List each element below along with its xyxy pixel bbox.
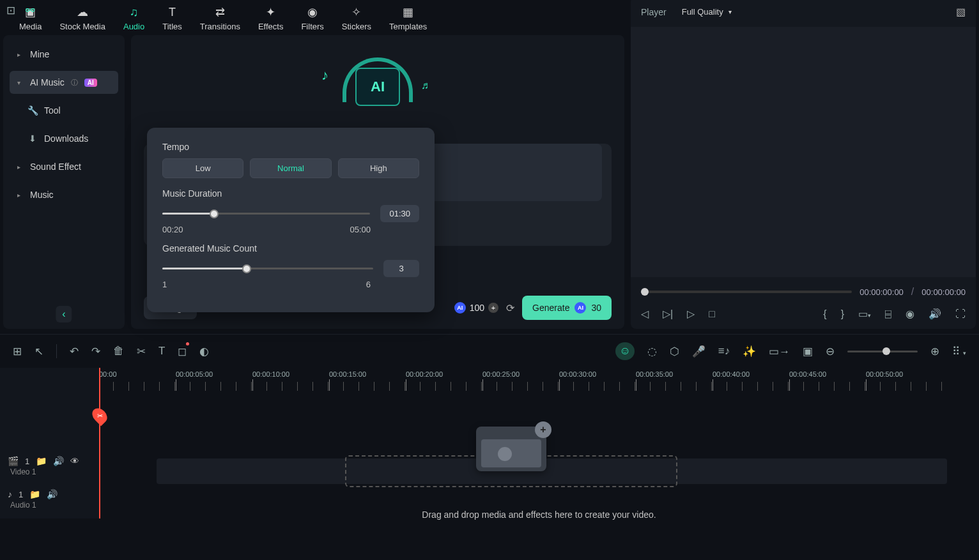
volume-button[interactable]: 🔊 — [929, 308, 941, 320]
info-icon: ⓘ — [71, 78, 78, 87]
tempo-label: Tempo — [162, 142, 419, 152]
player-seek-slider[interactable] — [641, 291, 852, 293]
ai-cube-label: AI — [355, 68, 400, 106]
sidebar-sound-effect-label: Sound Effect — [30, 162, 81, 172]
track-link-button[interactable]: ⚯ — [26, 4, 35, 17]
ai-assistant-button[interactable]: ☺ — [615, 342, 634, 360]
sidebar-item-ai-music[interactable]: ▾AI Music ⓘ AI — [10, 71, 118, 94]
timeline-ruler[interactable]: 00:0000:00:05:0000:00:10:0000:00:15:0000… — [99, 368, 979, 395]
sidebar-item-sound-effect[interactable]: ▸Sound Effect — [10, 155, 118, 178]
record-voice-button[interactable]: 🎤 — [692, 345, 705, 358]
credits-value: 100 — [470, 303, 484, 313]
duration-min: 00:20 — [162, 225, 183, 234]
generate-cost: 30 — [591, 303, 601, 313]
tempo-high-button[interactable]: High — [338, 158, 419, 178]
auto-beat-button[interactable]: ✨ — [743, 345, 756, 358]
player-time-current: 00:00:00:00 — [860, 287, 904, 297]
tab-titles-label: Titles — [162, 22, 182, 31]
render-preview-button[interactable]: ▭→ — [769, 345, 790, 358]
video-track-header[interactable]: 🎬1 📁 🔊 👁 Video 1 — [0, 452, 99, 485]
tab-templates[interactable]: ▦Templates — [389, 5, 427, 31]
prev-frame-button[interactable]: ◁ — [641, 308, 649, 320]
credits-display: AI 100 + — [454, 302, 498, 314]
tempo-normal-button[interactable]: Normal — [250, 158, 331, 178]
wrench-icon: 🔧 — [27, 105, 38, 116]
sidebar-mine-label: Mine — [30, 49, 49, 59]
text-tool-button[interactable]: T — [158, 345, 165, 358]
ruler-tick: 00:00:25:00 — [482, 368, 559, 395]
tab-effects[interactable]: ✦Effects — [258, 5, 284, 31]
audio-mixer-button[interactable]: ≡♪ — [718, 345, 730, 358]
crop-button[interactable]: ◻ — [178, 345, 187, 358]
zoom-slider[interactable] — [847, 351, 918, 352]
ruler-tick: 00:00:20:00 — [406, 368, 482, 395]
selection-tool-button[interactable]: ↖ — [35, 345, 43, 358]
sticker-icon: ✧ — [351, 5, 361, 19]
sidebar-item-downloads[interactable]: ⬇Downloads — [10, 127, 118, 150]
transition-icon: ⇄ — [215, 5, 225, 19]
tab-stock-media[interactable]: ☁Stock Media — [59, 5, 105, 31]
audio-track-header[interactable]: ♪1 📁 🔊 Audio 1 — [0, 485, 99, 518]
fullscreen-button[interactable]: ⛶ — [955, 308, 966, 320]
adjustment-button[interactable]: ▣ — [803, 345, 813, 358]
mute-button[interactable]: 🔊 — [47, 489, 58, 499]
duration-value[interactable]: 01:30 — [380, 205, 419, 222]
playhead[interactable] — [99, 368, 100, 518]
sidebar-item-music[interactable]: ▸Music — [10, 183, 118, 206]
snapshot-button[interactable]: ▧ — [956, 6, 966, 18]
media-placeholder-card[interactable]: + — [476, 427, 546, 471]
tab-filters[interactable]: ◉Filters — [301, 5, 323, 31]
duration-slider[interactable] — [162, 213, 370, 215]
zoom-in-button[interactable]: ⊕ — [930, 345, 939, 358]
camera-button[interactable]: ◉ — [906, 308, 914, 320]
sidebar-item-tool[interactable]: 🔧Tool — [10, 99, 118, 122]
player-panel: Player Full Quality ▾ ▧ 00:00:00:00 / 00… — [631, 0, 976, 329]
mark-in-button[interactable]: { — [823, 308, 826, 320]
color-button[interactable]: ◐ — [199, 345, 209, 358]
refresh-button[interactable]: ⟳ — [506, 302, 514, 314]
add-credits-button[interactable]: + — [488, 303, 498, 313]
cut-button[interactable]: ✂ — [137, 345, 146, 358]
sidebar-collapse-button[interactable]: ‹ — [56, 306, 72, 322]
redo-button[interactable]: ↷ — [91, 345, 100, 358]
filter-icon: ◉ — [307, 5, 318, 19]
mute-button[interactable]: 🔊 — [53, 456, 64, 466]
speed-button[interactable]: ◌ — [647, 345, 657, 358]
folder-icon[interactable]: 📁 — [29, 489, 40, 499]
tempo-low-button[interactable]: Low — [162, 158, 243, 178]
marker-button[interactable]: ⬡ — [670, 345, 679, 358]
quality-value: Full Quality — [682, 7, 723, 17]
track-add-button[interactable]: ⊡ — [6, 4, 15, 17]
tab-stickers[interactable]: ✧Stickers — [342, 5, 371, 31]
sidebar-item-mine[interactable]: ▸Mine — [10, 43, 118, 66]
add-track-button[interactable]: ⊞ — [13, 345, 22, 358]
visibility-button[interactable]: 👁 — [70, 456, 79, 466]
music-note-icon: ♪ — [321, 67, 328, 84]
tab-titles[interactable]: TTitles — [162, 5, 182, 31]
cloud-icon: ☁ — [77, 5, 88, 19]
sidebar: ▸Mine ▾AI Music ⓘ AI 🔧Tool ⬇Downloads ▸S… — [3, 35, 125, 329]
tab-transitions[interactable]: ⇄Transitions — [200, 5, 240, 31]
count-slider[interactable] — [162, 268, 373, 269]
play-button[interactable]: ▷ — [687, 308, 695, 320]
zoom-out-button[interactable]: ⊖ — [826, 345, 835, 358]
timeline-options-button[interactable]: ⠿ ▾ — [952, 345, 966, 358]
tab-audio[interactable]: ♫Audio — [123, 5, 144, 31]
aspect-ratio-button[interactable]: ▭▾ — [858, 308, 871, 320]
delete-button[interactable]: 🗑 — [113, 345, 124, 358]
player-canvas[interactable] — [631, 27, 976, 277]
folder-icon[interactable]: 📁 — [36, 456, 47, 466]
count-value[interactable]: 3 — [383, 260, 419, 277]
undo-button[interactable]: ↶ — [70, 345, 79, 358]
quality-dropdown[interactable]: Full Quality ▾ — [675, 3, 738, 20]
time-separator: / — [911, 286, 914, 298]
next-frame-button[interactable]: ▷| — [663, 308, 673, 320]
stop-button[interactable]: □ — [709, 308, 715, 320]
display-button[interactable]: ⌸ — [885, 308, 891, 320]
add-media-button[interactable]: + — [535, 421, 551, 438]
count-max: 6 — [366, 280, 371, 289]
ai-music-settings-popup: Tempo Low Normal High Music Duration 01:… — [147, 128, 435, 312]
mark-out-button[interactable]: } — [841, 308, 844, 320]
tab-templates-label: Templates — [389, 22, 427, 31]
generate-button[interactable]: Generate AI 30 — [522, 296, 612, 320]
